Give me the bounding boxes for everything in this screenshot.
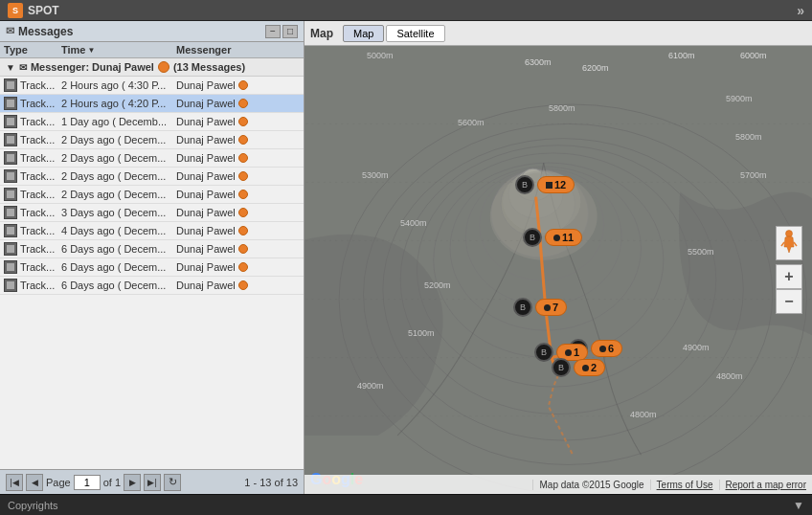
row-messenger: Dunaj Pawel: [176, 79, 300, 91]
row-time: 6 Days ago ( Decem...: [61, 243, 176, 255]
elev-4800b: 4800m: [630, 410, 657, 419]
elev-6200: 6200m: [582, 63, 609, 73]
first-page-button[interactable]: |◀: [6, 474, 23, 491]
marker-11-dot: B: [523, 228, 542, 247]
messenger-dot: [238, 99, 248, 108]
row-time: 2 Days ago ( Decem...: [61, 152, 176, 164]
marker-7[interactable]: B 7: [513, 298, 567, 317]
row-type-icon: [4, 188, 17, 201]
row-time: 2 Hours ago ( 4:20 P...: [61, 98, 176, 109]
expand-icon[interactable]: ▼: [6, 62, 15, 73]
tab-map[interactable]: Map: [343, 25, 384, 42]
table-row[interactable]: Track... 2 Hours ago ( 4:30 P... Dunaj P…: [0, 77, 304, 95]
bottom-bar: Copyrights ▼: [0, 494, 812, 515]
table-row[interactable]: Track... 6 Days ago ( Decem... Dunaj Paw…: [0, 240, 304, 258]
app-title: SPOT: [28, 4, 59, 17]
row-time: 6 Days ago ( Decem...: [61, 261, 176, 273]
marker-7-label: 7: [535, 299, 567, 316]
table-row[interactable]: Track... 1 Day ago ( Decemb... Dunaj Paw…: [0, 113, 304, 131]
row-messenger: Dunaj Pawel: [176, 225, 300, 236]
table-row[interactable]: Track... 6 Days ago ( Decem... Dunaj Paw…: [0, 277, 304, 295]
row-type: Track...: [20, 79, 55, 91]
elev-4800: 4800m: [716, 371, 743, 381]
row-type: Track...: [20, 261, 55, 273]
collapse-panel-icon[interactable]: »: [797, 3, 804, 18]
pagination-bar: |◀ ◀ Page of 1 ▶ ▶| ↻ 1 - 13 of 13: [0, 469, 304, 494]
column-messenger: Messenger: [176, 44, 300, 56]
elev-5400: 5400m: [400, 218, 427, 228]
map-panel: Map Map Satellite: [304, 21, 812, 494]
last-page-button[interactable]: ▶|: [144, 474, 161, 491]
row-type: Track...: [20, 152, 55, 164]
table-row[interactable]: Track... 2 Hours ago ( 4:20 P... Dunaj P…: [0, 95, 304, 113]
marker-11-label: 11: [545, 229, 582, 246]
terms-of-use-link[interactable]: Terms of Use: [650, 480, 719, 490]
marker-12[interactable]: B 12: [515, 175, 575, 194]
map-footer: Map data ©2015 Google Terms of Use Repor…: [304, 475, 812, 494]
table-row[interactable]: Track... 3 Days ago ( Decem... Dunaj Paw…: [0, 204, 304, 222]
row-messenger: Dunaj Pawel: [176, 261, 300, 273]
row-type: Track...: [20, 280, 55, 291]
row-messenger: Dunaj Pawel: [176, 207, 300, 218]
pegman-button[interactable]: [776, 226, 802, 260]
table-row[interactable]: Track... 2 Days ago ( Decem... Dunaj Paw…: [0, 186, 304, 204]
record-count-label: 1 - 13 of 13: [244, 477, 298, 488]
table-row[interactable]: Track... 2 Days ago ( Decem... Dunaj Paw…: [0, 149, 304, 168]
column-type: Type: [4, 44, 61, 56]
marker-11[interactable]: B 11: [523, 228, 582, 247]
table-header: Type Time ▼ Messenger: [0, 42, 304, 58]
minimize-button[interactable]: −: [265, 25, 281, 38]
elev-5000: 5000m: [367, 51, 394, 60]
row-messenger: Dunaj Pawel: [176, 134, 300, 146]
page-input[interactable]: [74, 475, 101, 490]
row-type: Track...: [20, 207, 55, 218]
row-messenger: Dunaj Pawel: [176, 170, 300, 182]
table-row[interactable]: Track... 6 Days ago ( Decem... Dunaj Paw…: [0, 258, 304, 277]
messenger-group-icon: ✉: [19, 62, 27, 73]
row-time: 6 Days ago ( Decem...: [61, 280, 176, 291]
prev-page-button[interactable]: ◀: [26, 474, 43, 491]
row-type-icon: [4, 279, 17, 292]
maximize-button[interactable]: □: [282, 25, 298, 38]
messenger-dot: [238, 171, 248, 181]
bottom-expand-icon[interactable]: ▼: [793, 499, 804, 512]
row-type: Track...: [20, 116, 55, 127]
elev-5700: 5700m: [740, 170, 767, 180]
messenger-group-header: ▼ ✉ Messenger: Dunaj Pawel (13 Messages): [0, 58, 304, 77]
map-container[interactable]: 6300m 6200m 6100m 6000m 5900m 5800m 5700…: [304, 46, 812, 494]
zoom-out-button[interactable]: −: [776, 289, 802, 314]
elev-6000: 6000m: [740, 51, 767, 60]
column-time[interactable]: Time ▼: [61, 44, 176, 56]
row-messenger: Dunaj Pawel: [176, 243, 300, 255]
report-map-error-link[interactable]: Report a map error: [719, 480, 812, 490]
row-type-icon: [4, 133, 17, 146]
row-messenger: Dunaj Pawel: [176, 189, 300, 200]
elev-5800: 5800m: [735, 132, 762, 142]
marker-7-dot: B: [513, 298, 532, 317]
row-type: Track...: [20, 98, 55, 109]
elev-5900: 5900m: [726, 94, 753, 103]
tab-satellite[interactable]: Satellite: [386, 25, 444, 42]
page-of-label: of 1: [103, 477, 121, 488]
table-row[interactable]: Track... 4 Days ago ( Decem... Dunaj Paw…: [0, 222, 304, 240]
messenger-dot: [238, 262, 248, 272]
row-time: 4 Days ago ( Decem...: [61, 225, 176, 236]
elev-6300: 6300m: [525, 57, 552, 67]
table-row[interactable]: Track... 2 Days ago ( Decem... Dunaj Paw…: [0, 168, 304, 186]
row-type-icon: [4, 97, 17, 110]
app-title-bar: S SPOT »: [0, 0, 812, 21]
marker-2[interactable]: B 2: [552, 358, 605, 377]
app-icon: S: [8, 3, 23, 18]
messenger-dot: [238, 226, 248, 235]
row-type: Track...: [20, 134, 55, 146]
row-time: 2 Days ago ( Decem...: [61, 134, 176, 146]
marker-12-label: 12: [537, 176, 575, 193]
marker-1-dot: B: [534, 343, 553, 362]
table-row[interactable]: Track... 2 Days ago ( Decem... Dunaj Paw…: [0, 131, 304, 149]
row-type: Track...: [20, 189, 55, 200]
copyright-label: Copyrights: [8, 500, 58, 511]
refresh-button[interactable]: ↻: [164, 474, 181, 491]
next-page-button[interactable]: ▶: [124, 474, 141, 491]
elev-5500: 5500m: [688, 247, 714, 257]
zoom-in-button[interactable]: +: [776, 264, 802, 289]
